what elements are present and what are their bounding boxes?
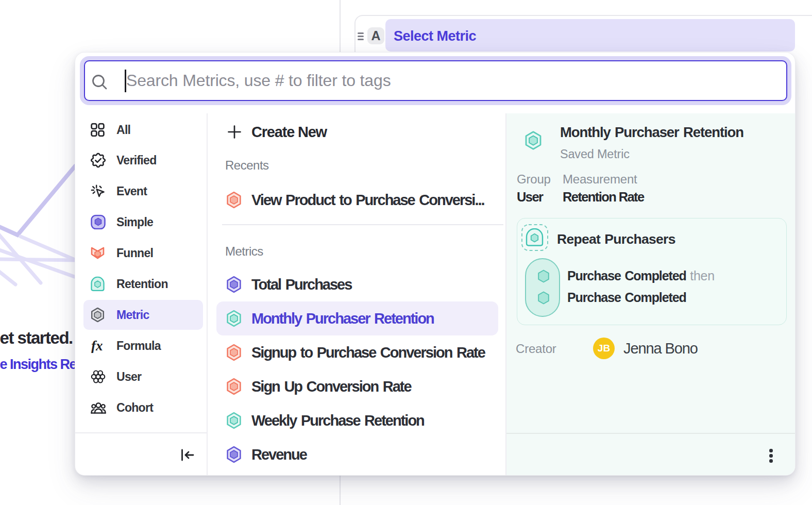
- svg-text:fx: fx: [91, 339, 103, 353]
